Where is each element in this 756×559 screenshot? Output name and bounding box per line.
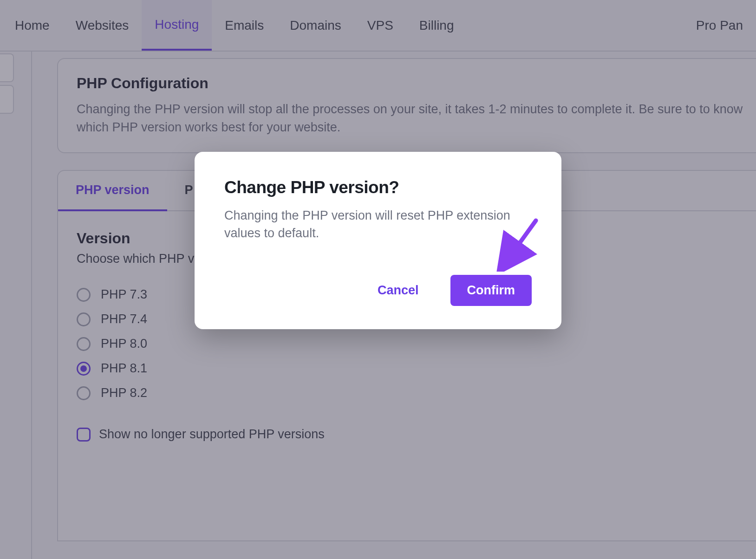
- change-php-modal: Change PHP version? Changing the PHP ver…: [195, 152, 561, 329]
- modal-overlay[interactable]: Change PHP version? Changing the PHP ver…: [0, 0, 756, 559]
- modal-actions: Cancel Confirm: [224, 275, 532, 306]
- cancel-button[interactable]: Cancel: [376, 275, 421, 306]
- confirm-button[interactable]: Confirm: [450, 275, 532, 306]
- modal-title: Change PHP version?: [224, 178, 532, 197]
- modal-body: Changing the PHP version will reset PHP …: [224, 207, 532, 242]
